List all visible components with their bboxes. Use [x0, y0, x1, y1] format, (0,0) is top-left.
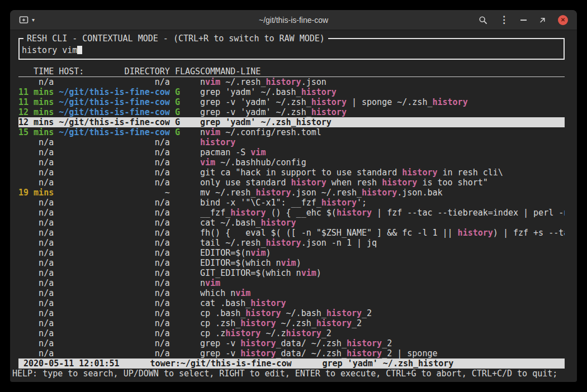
- table-row[interactable]: 12 mins~/git/this-is-fine-cowGgrep 'yadm…: [18, 117, 565, 127]
- flags-cell: [175, 328, 195, 338]
- directory-cell: n/a: [59, 218, 170, 228]
- table-row[interactable]: n/an/aEDITOR=$(nvim): [18, 248, 565, 258]
- command-cell: nvim: [200, 278, 565, 288]
- menu-button[interactable]: ⋮: [499, 16, 509, 25]
- status-bar: 2020-05-11 12:01:51 tower:~/git/this-is-…: [18, 358, 565, 369]
- table-row[interactable]: n/an/acp .zhistory ~/.zhistory_2: [18, 328, 565, 338]
- time-cell: 11 mins: [18, 97, 54, 107]
- table-row[interactable]: n/an/acat .bash_history: [18, 298, 565, 308]
- flags-cell: G: [175, 117, 195, 127]
- command-cell: which nvim: [200, 288, 565, 298]
- time-cell: 15 mins: [18, 127, 54, 137]
- flags-cell: [175, 137, 195, 147]
- search-box[interactable]: RESH CLI - CONTEXTUAL MODE - (CTRL+R to …: [18, 38, 565, 60]
- directory-cell: n/a: [59, 198, 170, 208]
- directory-cell: n/a: [59, 278, 170, 288]
- directory-cell: n/a: [59, 137, 170, 147]
- table-row[interactable]: n/an/a__fzf_history () { __ehc $(history…: [18, 208, 565, 218]
- status-datetime: 2020-05-11 12:01:51: [23, 358, 120, 369]
- flags-cell: [175, 218, 195, 228]
- time-cell: n/a: [18, 147, 54, 157]
- time-cell: n/a: [18, 348, 54, 358]
- header-flags: FLAGS: [175, 66, 195, 77]
- table-row[interactable]: n/an/agrep -v history_data/ ~/.zsh_histo…: [18, 338, 565, 348]
- command-cell: cp .zhistory ~/.zhistory_2: [200, 328, 565, 338]
- table-row[interactable]: n/an/acat ~/.bash_history: [18, 218, 565, 228]
- directory-cell: ~: [59, 188, 170, 198]
- header-command: COMMAND-LINE: [200, 66, 565, 77]
- table-row[interactable]: n/an/anvim: [18, 278, 565, 288]
- titlebar[interactable]: ▾ ~/git/this-is-fine-cow ⋮: [10, 10, 577, 30]
- terminal-window: ▾ ~/git/this-is-fine-cow ⋮: [10, 10, 577, 382]
- command-cell: tail ~/.resh_history.json -n 1 | jq: [200, 238, 565, 248]
- flags-cell: [175, 318, 195, 328]
- table-row[interactable]: n/an/ahistory: [18, 137, 565, 147]
- search-button[interactable]: [479, 16, 487, 25]
- table-row[interactable]: n/an/anvim ~/.resh_history.json: [18, 77, 565, 87]
- close-button[interactable]: ✕: [558, 15, 568, 25]
- table-row[interactable]: n/an/aonly use standard history when res…: [18, 178, 565, 188]
- command-cell: EDITOR=$(nvim): [200, 248, 565, 258]
- directory-cell: n/a: [59, 338, 170, 348]
- table-row[interactable]: n/an/acp .bash_history ~/.bash_history_2: [18, 308, 565, 318]
- time-cell: n/a: [18, 328, 54, 338]
- flags-cell: [175, 238, 195, 248]
- table-row[interactable]: n/an/agrep -v history_data/ ~/.zsh_histo…: [18, 348, 565, 358]
- directory-cell: ~/git/this-is-fine-cow: [59, 127, 170, 137]
- titlebar-left: ▾: [19, 16, 35, 24]
- history-rows: n/an/anvim ~/.resh_history.json11 mins~/…: [18, 77, 565, 358]
- command-cell: only use standard history when resh hist…: [200, 178, 565, 188]
- table-row[interactable]: n/an/afh() { eval $( ([ -n "$ZSH_NAME" ]…: [18, 228, 565, 238]
- time-cell: 19 mins: [18, 188, 54, 198]
- command-cell: EDITOR=$(which nvim): [200, 258, 565, 268]
- table-row[interactable]: 15 mins~/git/this-is-fine-cowGnvim ~/.co…: [18, 127, 565, 137]
- table-row[interactable]: n/an/abind -x '"\C-x1": __fzf_history';: [18, 198, 565, 208]
- command-cell: vim ~/.bashhub/config: [200, 157, 565, 168]
- time-cell: n/a: [18, 258, 54, 268]
- header-time: TIME: [18, 66, 54, 77]
- command-cell: mv ~/.resh_history.json ~/.resh_history.…: [200, 188, 565, 198]
- directory-cell: n/a: [59, 288, 170, 298]
- search-icon: [479, 16, 487, 25]
- time-cell: n/a: [18, 168, 54, 178]
- time-cell: n/a: [18, 278, 54, 288]
- command-cell: grep -v 'yadm' ~/.zsh_history | sponge ~…: [200, 97, 565, 107]
- directory-cell: n/a: [59, 318, 170, 328]
- directory-cell: n/a: [59, 208, 170, 218]
- time-cell: 12 mins: [18, 107, 54, 117]
- table-row[interactable]: n/an/avim ~/.bashhub/config: [18, 157, 565, 168]
- flags-cell: [175, 268, 195, 278]
- table-row[interactable]: n/an/atail ~/.resh_history.json -n 1 | j…: [18, 238, 565, 248]
- flags-cell: [175, 348, 195, 358]
- restore-button[interactable]: [538, 16, 546, 24]
- table-row[interactable]: 19 mins~mv ~/.resh_history.json ~/.resh_…: [18, 188, 565, 198]
- flags-cell: [175, 77, 195, 87]
- command-cell: grep 'yadm' ~/.bash_history: [200, 87, 565, 97]
- time-cell: n/a: [18, 298, 54, 308]
- time-cell: n/a: [18, 178, 54, 188]
- minimize-icon: [520, 20, 527, 21]
- table-row[interactable]: n/an/aGIT_EDITOR=$(which nvim): [18, 268, 565, 278]
- minimize-button[interactable]: [520, 20, 527, 21]
- command-cell: history: [200, 137, 565, 147]
- table-row[interactable]: n/an/agit ca "hack in support to use sta…: [18, 168, 565, 178]
- directory-cell: n/a: [59, 238, 170, 248]
- table-row[interactable]: n/an/acp .zsh_history ~/.zsh_history_2: [18, 318, 565, 328]
- table-row[interactable]: 12 mins~/git/this-is-fine-cowGgrep -v 'y…: [18, 107, 565, 117]
- time-cell: n/a: [18, 338, 54, 348]
- directory-cell: n/a: [59, 168, 170, 178]
- table-row[interactable]: n/an/apacman -S vim: [18, 147, 565, 157]
- command-cell: bind -x '"\C-x1": __fzf_history';: [200, 198, 565, 208]
- flags-cell: G: [175, 127, 195, 137]
- directory-cell: n/a: [59, 248, 170, 258]
- new-tab-button[interactable]: ▾: [19, 16, 35, 24]
- flags-cell: [175, 147, 195, 157]
- flags-cell: [175, 298, 195, 308]
- close-icon: ✕: [558, 15, 568, 25]
- table-row[interactable]: 11 mins~/git/this-is-fine-cowGgrep 'yadm…: [18, 87, 565, 97]
- table-row[interactable]: 11 mins~/git/this-is-fine-cowGgrep -v 'y…: [18, 97, 565, 107]
- table-row[interactable]: n/an/awhich nvim: [18, 288, 565, 298]
- flags-cell: G: [175, 107, 195, 117]
- time-cell: 11 mins: [18, 87, 54, 97]
- table-row[interactable]: n/an/aEDITOR=$(which nvim): [18, 258, 565, 268]
